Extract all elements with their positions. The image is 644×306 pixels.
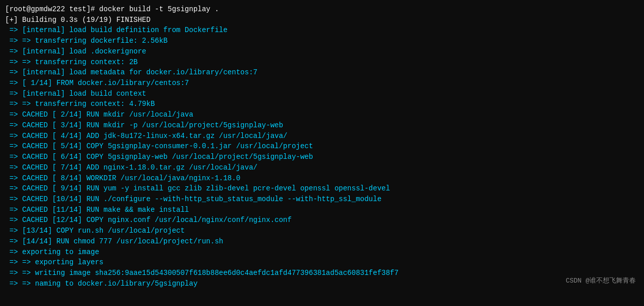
terminal-line: => CACHED [ 3/14] RUN mkdir -p /usr/loca… <box>5 120 639 131</box>
terminal-line: => => transferring dockerfile: 2.56kB <box>5 36 639 46</box>
terminal-line: [root@gpmdw222 test]# docker build -t 5g… <box>5 4 639 15</box>
terminal-line: => CACHED [ 8/14] WORKDIR /usr/local/jav… <box>5 173 639 184</box>
terminal-line: => CACHED [10/14] RUN ./configure --with… <box>5 194 639 205</box>
terminal-line: => CACHED [11/14] RUN make && make insta… <box>5 205 639 215</box>
terminal-window: [root@gpmdw222 test]# docker build -t 5g… <box>0 0 644 293</box>
terminal-line: => [internal] load metadata for docker.i… <box>5 67 639 78</box>
terminal-line: => => exporting layers <box>5 257 639 268</box>
terminal-line: => CACHED [ 5/14] COPY 5gsignplay-consum… <box>5 141 639 152</box>
terminal-line: => exporting to image <box>5 247 639 258</box>
terminal-line: => => naming to docker.io/library/5gsign… <box>5 279 639 289</box>
terminal-line: => CACHED [ 4/14] ADD jdk-8u172-linux-x6… <box>5 131 639 142</box>
terminal-line: => CACHED [ 7/14] ADD nginx-1.18.0.tar.g… <box>5 162 639 173</box>
terminal-line: => => transferring context: 2B <box>5 57 639 68</box>
terminal-line: => [ 1/14] FROM docker.io/library/centos… <box>5 78 639 89</box>
terminal-line: => [14/14] RUN chmod 777 /usr/local/proj… <box>5 236 639 247</box>
terminal-line: => CACHED [ 9/14] RUN yum -y install gcc… <box>5 183 639 194</box>
terminal-line: => [internal] load build context <box>5 89 639 99</box>
watermark: CSDN @谁不想飞舞青春 <box>566 276 636 286</box>
terminal-line: [+] Building 0.3s (19/19) FINISHED <box>5 15 639 25</box>
terminal-line: => [internal] load build definition from… <box>5 25 639 36</box>
terminal-line: => CACHED [ 6/14] COPY 5gsignplay-web /u… <box>5 152 639 162</box>
terminal-line: => CACHED [12/14] COPY nginx.conf /usr/l… <box>5 215 639 226</box>
terminal-line: => [13/14] COPY run.sh /usr/local/projec… <box>5 226 639 236</box>
terminal-line: => => writing image sha256:9aae15d543005… <box>5 268 639 279</box>
terminal-line: => CACHED [ 2/14] RUN mkdir /usr/local/j… <box>5 109 639 120</box>
terminal-line: => [internal] load .dockerignore <box>5 46 639 57</box>
terminal-line: => => transferring context: 4.79kB <box>5 99 639 109</box>
